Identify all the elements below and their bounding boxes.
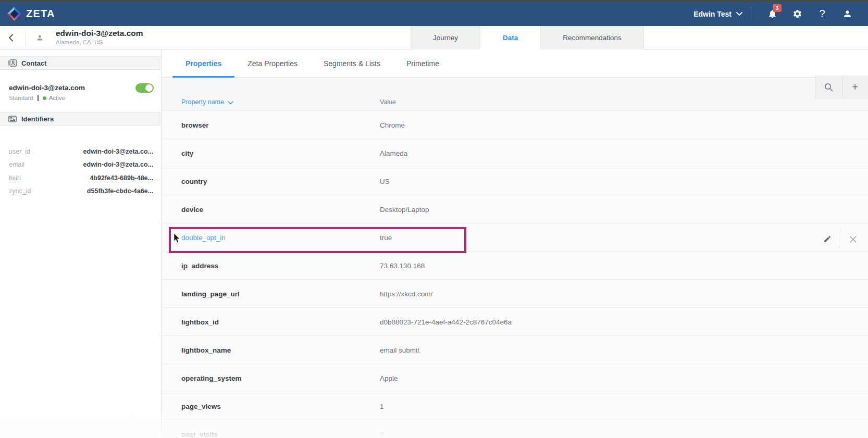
- property-value: Desktop/Laptop: [380, 205, 429, 213]
- user-icon: [842, 9, 852, 19]
- property-value: Alameda: [380, 149, 407, 157]
- subtab-properties[interactable]: Properties: [172, 49, 234, 77]
- tab-journey[interactable]: Journey: [411, 26, 480, 49]
- table-row[interactable]: lightbox_nameemail submit: [162, 336, 868, 364]
- property-value: Apple: [380, 374, 398, 382]
- chevron-down-icon: [736, 12, 742, 16]
- property-name-column-label: Property name: [181, 98, 224, 106]
- property-name-sort[interactable]: Property name: [181, 98, 233, 106]
- table-row[interactable]: double_opt_intrue: [162, 223, 868, 252]
- property-value: Chrome: [380, 121, 405, 129]
- subtab-primetime[interactable]: Primetime: [393, 49, 452, 77]
- profile-button[interactable]: [835, 2, 860, 26]
- property-name: browser: [181, 121, 209, 129]
- active-dot-icon: [43, 96, 46, 100]
- property-value: 1: [380, 402, 384, 410]
- tab-recommendations[interactable]: Recommendations: [540, 26, 644, 49]
- help-button[interactable]: ?: [810, 2, 835, 26]
- property-name: city: [181, 149, 193, 157]
- settings-button[interactable]: [785, 2, 810, 26]
- value-column-label: Value: [380, 98, 396, 106]
- navbar-divider: [751, 7, 751, 21]
- identifier-row: emailedwin-doi-3@zeta.co...: [9, 158, 153, 172]
- chevron-left-icon: [8, 34, 14, 42]
- brand-name: ZETA: [26, 8, 55, 20]
- table-row[interactable]: lightbox_idd0b08023-721e-4aef-a442-2c876…: [162, 308, 868, 336]
- property-value: d0b08023-721e-4aef-a442-2c8767c04e6a: [380, 318, 512, 326]
- identifier-row: user_idedwin-doi-3@zeta.co...: [9, 145, 153, 158]
- gear-icon: [792, 9, 802, 19]
- header-divider: [25, 30, 26, 46]
- account-name: Edwin Test: [693, 10, 731, 18]
- identifier-label: zync_id: [9, 187, 31, 195]
- identifier-value: 4b92fe43-689b-48e...: [90, 174, 153, 182]
- table-row[interactable]: browserChrome: [162, 111, 868, 139]
- property-name: device: [181, 205, 203, 213]
- property-name: page_views: [181, 402, 221, 410]
- page-title: edwin-doi-3@zeta.com: [56, 29, 143, 38]
- contact-title-block: edwin-doi-3@zeta.com Alameda, CA, US: [56, 29, 143, 45]
- table-row[interactable]: operating_systemApple: [162, 364, 868, 392]
- table-row[interactable]: page_views1: [162, 392, 868, 420]
- property-value: 0: [380, 430, 384, 438]
- edit-icon: [823, 235, 832, 243]
- table-toolbar: +: [815, 76, 868, 99]
- property-value: US: [380, 177, 390, 185]
- row-actions: [816, 226, 866, 252]
- property-name: lightbox_id: [181, 318, 219, 326]
- back-button[interactable]: [8, 34, 14, 44]
- contact-status-toggle[interactable]: [135, 83, 154, 93]
- property-table-body: browserChromecityAlamedacountryUSdeviceD…: [162, 111, 868, 438]
- top-navbar: ZETA Edwin Test 3 ?: [0, 2, 868, 26]
- property-value: email submit: [380, 346, 419, 354]
- contact-email: edwin-doi-3@zeta.com: [9, 84, 85, 92]
- table-row[interactable]: landing_page_urlhttps://xkcd.com/: [162, 280, 868, 308]
- toggle-knob: [145, 84, 153, 92]
- notifications-button[interactable]: 3: [760, 2, 785, 26]
- header-tabs: JourneyDataRecommendations: [411, 26, 644, 49]
- remove-property-button[interactable]: [839, 226, 866, 252]
- properties-tabs: PropertiesZeta PropertiesSegments & List…: [162, 49, 868, 78]
- id-card-icon: [8, 116, 17, 122]
- property-name: double_opt_in: [181, 233, 226, 241]
- help-icon: ?: [819, 8, 825, 20]
- property-name: operating_system: [181, 374, 242, 382]
- subtab-zeta-properties[interactable]: Zeta Properties: [234, 49, 311, 77]
- identifiers-section-header: Identifiers: [0, 112, 161, 126]
- notification-badge: 3: [773, 4, 782, 12]
- tab-data[interactable]: Data: [480, 26, 540, 49]
- contact-status-line: Standard Active: [9, 95, 65, 101]
- edit-property-button[interactable]: [816, 226, 839, 252]
- contact-card-icon: [8, 59, 17, 67]
- zeta-logo[interactable]: ZETA: [7, 7, 55, 21]
- search-icon: [824, 83, 833, 92]
- account-menu[interactable]: Edwin Test: [693, 10, 742, 18]
- page-subtitle: Alameda, CA, US: [56, 39, 143, 45]
- contact-header-bar: edwin-doi-3@zeta.com Alameda, CA, US Jou…: [0, 26, 868, 49]
- property-name: lightbox_name: [181, 346, 231, 354]
- identifiers-section-title: Identifiers: [21, 115, 54, 123]
- table-row[interactable]: deviceDesktop/Laptop: [162, 195, 868, 223]
- plus-icon: +: [852, 81, 858, 92]
- property-table-header: Property name Value: [162, 78, 868, 111]
- property-value: https://xkcd.com/: [380, 290, 432, 297]
- table-row[interactable]: past_visits0: [162, 420, 868, 438]
- property-name: landing_page_url: [181, 290, 240, 297]
- contact-section-title: Contact: [21, 59, 46, 67]
- property-name: past_visits: [181, 430, 218, 438]
- identifier-row: zync_idd55fb3fe-cbdc-4a6e...: [9, 185, 153, 198]
- status-divider: [38, 95, 39, 101]
- identifier-value: edwin-doi-3@zeta.co...: [83, 148, 153, 155]
- identifier-value: d55fb3fe-cbdc-4a6e...: [87, 187, 153, 195]
- subtab-segments-lists[interactable]: Segments & Lists: [311, 49, 393, 77]
- add-property-button[interactable]: +: [842, 76, 868, 99]
- zeta-diamond-icon: [7, 7, 21, 21]
- contact-section-header: Contact: [0, 56, 161, 70]
- identifier-label: email: [9, 161, 24, 168]
- table-row[interactable]: ip_address73.63.130.168: [162, 252, 868, 280]
- search-button[interactable]: [816, 76, 842, 99]
- navbar-right: Edwin Test 3 ?: [693, 2, 860, 26]
- identifier-label: user_id: [9, 148, 30, 155]
- table-row[interactable]: countryUS: [162, 167, 868, 195]
- table-row[interactable]: cityAlameda: [162, 139, 868, 167]
